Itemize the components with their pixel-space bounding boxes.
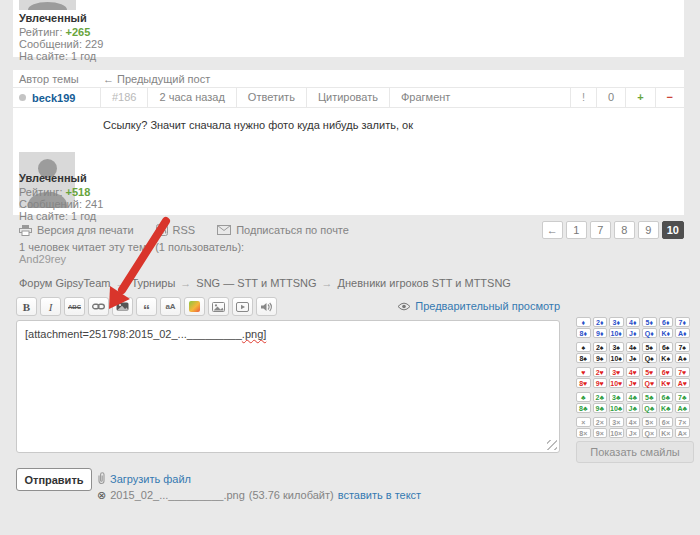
reply-link[interactable]: Ответить (236, 88, 306, 107)
card-smiley-4-spades[interactable]: 4♠ (626, 342, 641, 352)
card-smiley-6-unknown[interactable]: 6× (659, 417, 674, 427)
card-smiley-8-hearts[interactable]: 8♥ (576, 378, 591, 388)
quote-button[interactable]: “ (136, 297, 157, 316)
card-smiley-5-spades[interactable]: 5♠ (642, 342, 657, 352)
card-smiley-5-diamonds[interactable]: 5♦ (642, 317, 657, 327)
insert-link-button[interactable] (88, 297, 109, 316)
breadcrumb-item-2[interactable]: SNG — STT и MTTSNG (196, 277, 316, 289)
card-smiley-5-unknown[interactable]: 5× (642, 417, 657, 427)
card-smiley-4-hearts[interactable]: 4♥ (626, 367, 641, 377)
fragment-link[interactable]: Фрагмент (389, 88, 461, 107)
card-smiley-Q-diamonds[interactable]: Q♦ (642, 328, 657, 338)
card-smiley-10-clubs[interactable]: 10♣ (609, 403, 624, 413)
card-smiley-J-hearts[interactable]: J♥ (626, 378, 641, 388)
card-smiley-K-hearts[interactable]: K♥ (659, 378, 674, 388)
card-smiley-2-diamonds[interactable]: 2♦ (593, 317, 608, 327)
insert-picture-button[interactable] (208, 297, 229, 316)
subscribe-email-link[interactable]: Подписаться по почте (217, 224, 349, 236)
card-smiley-2-clubs[interactable]: 2♣ (593, 392, 608, 402)
card-smiley-10-spades[interactable]: 10♠ (609, 353, 624, 363)
font-size-button[interactable]: aA (160, 297, 181, 316)
attach-image-button[interactable] (112, 297, 133, 316)
post-author-link[interactable]: beck199 (32, 92, 75, 104)
card-smiley-Q-clubs[interactable]: Q♣ (642, 403, 657, 413)
card-smiley-4-diamonds[interactable]: 4♦ (626, 317, 641, 327)
card-smiley-suit-hearts[interactable]: ♥ (576, 367, 591, 377)
card-smiley-9-unknown[interactable]: 9× (593, 428, 608, 438)
pagination-page-9[interactable]: 9 (638, 221, 659, 239)
card-smiley-suit-unknown[interactable]: × (576, 417, 591, 427)
card-smiley-K-diamonds[interactable]: K♦ (659, 328, 674, 338)
card-smiley-8-unknown[interactable]: 8× (576, 428, 591, 438)
card-smiley-6-hearts[interactable]: 6♥ (659, 367, 674, 377)
card-smiley-suit-diamonds[interactable]: ♦ (576, 317, 591, 327)
card-smiley-J-diamonds[interactable]: J♦ (626, 328, 641, 338)
card-smiley-5-clubs[interactable]: 5♣ (642, 392, 657, 402)
prev-post-link[interactable]: ← Предыдущий пост (103, 73, 210, 85)
card-smiley-3-diamonds[interactable]: 3♦ (609, 317, 624, 327)
print-version-link[interactable]: Версия для печати (19, 224, 134, 236)
card-smiley-K-unknown[interactable]: K× (659, 428, 674, 438)
bold-button[interactable]: B (16, 297, 37, 316)
card-smiley-10-hearts[interactable]: 10♥ (609, 378, 624, 388)
pagination-page-7[interactable]: 7 (590, 221, 611, 239)
card-smiley-A-diamonds[interactable]: A♦ (675, 328, 690, 338)
card-smiley-3-clubs[interactable]: 3♣ (609, 392, 624, 402)
card-smiley-K-spades[interactable]: K♠ (659, 353, 674, 363)
card-smiley-8-diamonds[interactable]: 8♦ (576, 328, 591, 338)
insert-to-text-link[interactable]: вставить в текст (338, 489, 421, 501)
card-smiley-9-diamonds[interactable]: 9♦ (593, 328, 608, 338)
report-button[interactable]: ! (570, 88, 596, 107)
card-smiley-J-unknown[interactable]: J× (626, 428, 641, 438)
card-smiley-suit-spades[interactable]: ♠ (576, 342, 591, 352)
insert-audio-button[interactable] (256, 297, 277, 316)
card-smiley-suit-clubs[interactable]: ♣ (576, 392, 591, 402)
card-smiley-Q-spades[interactable]: Q♠ (642, 353, 657, 363)
submit-button[interactable]: Отправить (16, 468, 92, 491)
text-color-button[interactable] (184, 297, 205, 316)
card-smiley-A-unknown[interactable]: A× (675, 428, 690, 438)
card-smiley-6-spades[interactable]: 6♠ (659, 342, 674, 352)
card-smiley-A-hearts[interactable]: A♥ (675, 378, 690, 388)
card-smiley-J-spades[interactable]: J♠ (626, 353, 641, 363)
card-smiley-2-unknown[interactable]: 2× (593, 417, 608, 427)
card-smiley-2-spades[interactable]: 2♠ (593, 342, 608, 352)
card-smiley-2-hearts[interactable]: 2♥ (593, 367, 608, 377)
card-smiley-9-clubs[interactable]: 9♣ (593, 403, 608, 413)
card-smiley-3-unknown[interactable]: 3× (609, 417, 624, 427)
card-smiley-7-unknown[interactable]: 7× (675, 417, 690, 427)
rss-link[interactable]: RSS (156, 224, 196, 236)
card-smiley-Q-unknown[interactable]: Q× (642, 428, 657, 438)
card-smiley-Q-hearts[interactable]: Q♥ (642, 378, 657, 388)
card-smiley-7-diamonds[interactable]: 7♦ (675, 317, 690, 327)
card-smiley-9-hearts[interactable]: 9♥ (593, 378, 608, 388)
card-smiley-K-clubs[interactable]: K♣ (659, 403, 674, 413)
pagination-page-10[interactable]: 10 (662, 221, 684, 239)
breadcrumb-item-3[interactable]: Дневники игроков STT и MTTSNG (338, 277, 511, 289)
card-smiley-4-clubs[interactable]: 4♣ (626, 392, 641, 402)
pagination-page-1[interactable]: 1 (566, 221, 587, 239)
show-smilies-button[interactable]: Показать смайлы (576, 441, 694, 463)
card-smiley-3-spades[interactable]: 3♠ (609, 342, 624, 352)
card-smiley-7-clubs[interactable]: 7♣ (675, 392, 690, 402)
strikethrough-button[interactable]: ABC (64, 297, 85, 316)
insert-video-button[interactable] (232, 297, 253, 316)
vote-up-button[interactable]: + (625, 88, 654, 107)
card-smiley-5-hearts[interactable]: 5♥ (642, 367, 657, 377)
breadcrumb-item-0[interactable]: Форум GipsyTeam (19, 277, 111, 289)
card-smiley-8-spades[interactable]: 8♠ (576, 353, 591, 363)
quote-link[interactable]: Цитировать (306, 88, 389, 107)
card-smiley-A-clubs[interactable]: A♣ (675, 403, 690, 413)
italic-button[interactable]: I (40, 297, 61, 316)
message-textarea[interactable]: [attachment=251798:2015_02_..._________.… (16, 320, 560, 453)
card-smiley-10-diamonds[interactable]: 10♦ (609, 328, 624, 338)
preview-link[interactable]: Предварительный просмотр (397, 300, 560, 312)
card-smiley-6-diamonds[interactable]: 6♦ (659, 317, 674, 327)
card-smiley-7-spades[interactable]: 7♠ (675, 342, 690, 352)
card-smiley-9-spades[interactable]: 9♠ (593, 353, 608, 363)
breadcrumb-item-1[interactable]: Турниры (132, 277, 176, 289)
card-smiley-7-hearts[interactable]: 7♥ (675, 367, 690, 377)
card-smiley-3-hearts[interactable]: 3♥ (609, 367, 624, 377)
vote-down-button[interactable]: − (655, 88, 684, 107)
card-smiley-A-spades[interactable]: A♠ (675, 353, 690, 363)
